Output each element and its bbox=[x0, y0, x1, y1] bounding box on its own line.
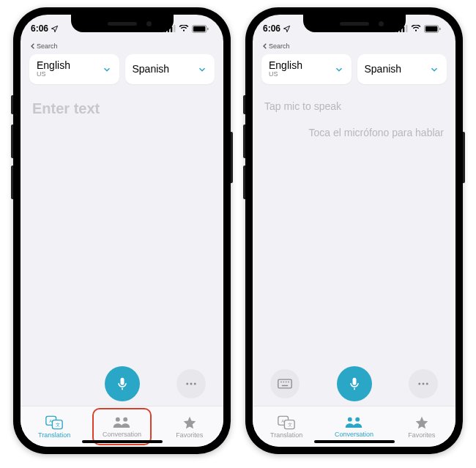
conversation-icon bbox=[344, 416, 363, 429]
svg-rect-23 bbox=[278, 379, 291, 388]
svg-rect-19 bbox=[406, 25, 408, 32]
translation-icon: A文 bbox=[278, 415, 295, 430]
svg-rect-6 bbox=[207, 27, 208, 30]
svg-rect-3 bbox=[174, 25, 176, 32]
tab-label: Conversation bbox=[103, 431, 141, 438]
target-language-selector[interactable]: Spanish bbox=[357, 54, 447, 84]
svg-point-8 bbox=[190, 383, 193, 385]
svg-point-9 bbox=[194, 383, 196, 385]
chevron-down-icon bbox=[197, 64, 207, 75]
battery-icon bbox=[424, 25, 441, 33]
tab-translation[interactable]: A文 Translation bbox=[253, 406, 320, 447]
ellipsis-icon bbox=[185, 377, 198, 390]
svg-point-30 bbox=[423, 383, 425, 385]
mic-icon bbox=[347, 376, 362, 391]
home-indicator[interactable] bbox=[82, 440, 163, 443]
mic-button[interactable] bbox=[337, 366, 372, 401]
star-icon bbox=[182, 415, 198, 430]
battery-icon bbox=[192, 25, 209, 33]
svg-rect-21 bbox=[425, 26, 438, 31]
source-language-name: English bbox=[269, 60, 302, 71]
tab-favorites[interactable]: Favorites bbox=[388, 406, 455, 447]
source-language-region: US bbox=[269, 71, 302, 78]
conversation-icon bbox=[112, 416, 131, 429]
target-language-selector[interactable]: Spanish bbox=[125, 54, 215, 84]
screen: 6:06 Search English US Spanish Tap mic t… bbox=[253, 15, 455, 447]
svg-text:文: 文 bbox=[56, 422, 60, 427]
action-row bbox=[253, 360, 455, 406]
tab-label: Translation bbox=[38, 431, 70, 439]
translation-icon: A文 bbox=[45, 415, 63, 430]
svg-point-37 bbox=[356, 417, 360, 421]
star-icon bbox=[414, 415, 430, 430]
tab-label: Conversation bbox=[335, 431, 373, 438]
svg-point-36 bbox=[348, 417, 352, 421]
status-time: 6:06 bbox=[31, 23, 48, 34]
svg-text:A: A bbox=[281, 419, 284, 423]
svg-rect-22 bbox=[439, 27, 440, 30]
location-icon bbox=[51, 25, 59, 33]
svg-point-7 bbox=[186, 383, 188, 385]
wifi-icon bbox=[179, 25, 189, 32]
home-indicator[interactable] bbox=[314, 440, 395, 443]
back-chevron-icon bbox=[263, 43, 267, 49]
conversation-hint-primary: Tap mic to speak bbox=[264, 100, 444, 112]
more-button[interactable] bbox=[409, 369, 438, 398]
chevron-down-icon bbox=[334, 64, 344, 75]
svg-rect-5 bbox=[193, 26, 206, 31]
mic-icon bbox=[115, 376, 130, 391]
keyboard-icon bbox=[278, 379, 292, 389]
tab-favorites[interactable]: Favorites bbox=[156, 406, 223, 447]
wifi-icon bbox=[411, 25, 421, 32]
svg-point-31 bbox=[426, 383, 428, 385]
chevron-down-icon bbox=[429, 64, 439, 75]
target-language-name: Spanish bbox=[365, 64, 402, 75]
tab-translation[interactable]: A文 Translation bbox=[21, 406, 88, 447]
mic-button[interactable] bbox=[105, 366, 140, 401]
input-placeholder: Enter text bbox=[32, 100, 212, 117]
chevron-down-icon bbox=[102, 64, 112, 75]
source-language-selector[interactable]: English US bbox=[29, 54, 119, 84]
back-to-search[interactable]: Search bbox=[21, 42, 223, 53]
svg-point-15 bbox=[124, 417, 128, 421]
ellipsis-icon bbox=[417, 377, 430, 390]
source-language-selector[interactable]: English US bbox=[261, 54, 352, 84]
svg-text:A: A bbox=[49, 419, 52, 423]
tab-label: Favorites bbox=[176, 431, 203, 439]
svg-text:文: 文 bbox=[288, 422, 292, 427]
location-icon bbox=[283, 25, 291, 33]
phone-left: 6:06 Search English US Spanish Enter tex… bbox=[13, 7, 231, 454]
back-to-search[interactable]: Search bbox=[253, 42, 455, 53]
language-selector-row: English US Spanish bbox=[253, 53, 455, 92]
more-button[interactable] bbox=[176, 369, 206, 398]
keyboard-button[interactable] bbox=[270, 369, 300, 398]
phone-right: 6:06 Search English US Spanish Tap mic t… bbox=[245, 7, 463, 454]
svg-point-14 bbox=[116, 417, 120, 421]
language-selector-row: English US Spanish bbox=[21, 53, 223, 92]
svg-point-29 bbox=[418, 383, 420, 385]
screen: 6:06 Search English US Spanish Enter tex… bbox=[21, 15, 223, 447]
translation-input-area[interactable]: Enter text bbox=[21, 92, 223, 360]
tab-label: Translation bbox=[270, 431, 302, 439]
source-language-region: US bbox=[37, 71, 70, 78]
target-language-name: Spanish bbox=[133, 64, 170, 75]
back-chevron-icon bbox=[31, 43, 35, 49]
conversation-hint-secondary: Toca el micrófono para hablar bbox=[264, 127, 444, 138]
conversation-area: Tap mic to speak Toca el micrófono para … bbox=[253, 92, 455, 360]
action-row bbox=[21, 360, 223, 406]
status-time: 6:06 bbox=[263, 23, 280, 34]
tab-label: Favorites bbox=[408, 431, 435, 439]
source-language-name: English bbox=[37, 60, 70, 71]
